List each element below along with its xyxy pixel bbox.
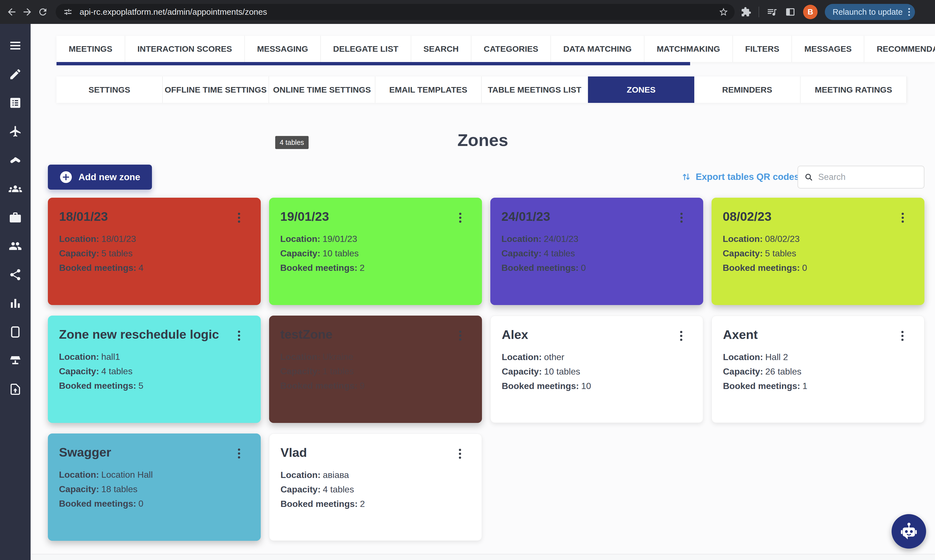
- tab-online-time-settings[interactable]: ONLINE TIME SETTINGS: [269, 77, 375, 103]
- tab-reminders[interactable]: REMINDERS: [694, 77, 801, 103]
- handshake-icon: [9, 154, 22, 167]
- zone-menu-icon[interactable]: [454, 446, 466, 462]
- zone-details: Location:18/01/23 Capacity:5 tables Book…: [59, 234, 250, 272]
- pencil-icon: [9, 68, 22, 81]
- zone-card: Vlad Location:авіава Capacity:4 tables B…: [269, 434, 482, 541]
- tab-filters[interactable]: FILTERS: [733, 36, 792, 62]
- tab-search[interactable]: SEARCH: [411, 36, 472, 62]
- zone-location: 19/01/23: [322, 234, 357, 244]
- tab-meeting-ratings[interactable]: MEETING RATINGS: [801, 77, 907, 103]
- primary-nav: MEETINGS INTERACTION SCORES MESSAGING DE…: [57, 36, 935, 62]
- sidebar-item-sharing[interactable]: [0, 260, 31, 289]
- tab-data-matching[interactable]: DATA MATCHING: [551, 36, 645, 62]
- relaunch-to-update-button[interactable]: Relaunch to update: [825, 4, 915, 20]
- zone-menu-icon[interactable]: [676, 328, 687, 344]
- zone-menu-icon[interactable]: [233, 446, 245, 461]
- zone-menu-icon[interactable]: [455, 210, 466, 226]
- zone-card: Zone new reschedule logic Location:hall1…: [48, 315, 261, 423]
- sidebar-item-travel[interactable]: [0, 117, 31, 146]
- sidebar-item-mobile-app[interactable]: [0, 317, 31, 346]
- tab-matchmaking[interactable]: MATCHMAKING: [645, 36, 733, 62]
- address-bar[interactable]: api-rc.expoplatform.net/admin/appointmen…: [56, 4, 734, 20]
- zone-details: Location:Location Hall Capacity:18 table…: [59, 470, 250, 508]
- zone-booked-meetings: 1: [802, 381, 807, 391]
- sidebar-item-stands[interactable]: [0, 346, 31, 375]
- event-list-icon: [9, 96, 22, 109]
- nav-scroll-indicator[interactable]: [57, 62, 690, 65]
- sidebar-item-attendees[interactable]: [0, 232, 31, 260]
- groups-icon: [9, 182, 22, 195]
- zone-menu-icon[interactable]: [897, 210, 908, 226]
- browser-menu-icon[interactable]: [908, 7, 910, 17]
- tab-table-meetings-list[interactable]: TABLE MEETINGS LIST: [482, 77, 588, 103]
- zone-details: Location:19/01/23 Capacity:10 tables Boo…: [280, 234, 471, 272]
- zone-menu-icon[interactable]: [233, 328, 245, 343]
- tab-messaging[interactable]: MESSAGING: [245, 36, 321, 62]
- forward-button[interactable]: [20, 4, 35, 20]
- sidebar-item-edit[interactable]: [0, 60, 31, 88]
- zone-details: Location:other Capacity:10 tables Booked…: [502, 352, 692, 391]
- zone-card: 18/01/23 Location:18/01/23 Capacity:5 ta…: [48, 198, 261, 305]
- sidebar-item-event-list[interactable]: [0, 88, 31, 117]
- sidebar-item-import[interactable]: [0, 375, 31, 403]
- back-button[interactable]: [4, 4, 20, 20]
- sidebar-item-exhibitors[interactable]: [0, 203, 31, 232]
- menu-icon: [9, 39, 22, 52]
- search-input[interactable]: [818, 172, 918, 182]
- refresh-icon: [37, 7, 48, 17]
- tab-categories[interactable]: CATEGORIES: [471, 36, 551, 62]
- zone-capacity: 5 tables: [101, 248, 133, 258]
- sidebar-item-matchmaking[interactable]: [0, 146, 31, 174]
- media-controls-icon[interactable]: [766, 6, 778, 17]
- zone-card: testZone Location:Ukraine Capacity:1 tab…: [269, 315, 482, 423]
- tab-messages[interactable]: MESSAGES: [792, 36, 864, 62]
- tab-settings[interactable]: SETTINGS: [57, 77, 163, 103]
- zone-location: 08/02/23: [765, 234, 800, 244]
- page-bottom-strip: [31, 554, 935, 560]
- zone-menu-icon[interactable]: [455, 328, 466, 343]
- extensions-icon[interactable]: [741, 7, 751, 17]
- tab-delegate-list[interactable]: DELEGATE LIST: [321, 36, 411, 62]
- zone-capacity: 4 tables: [101, 366, 133, 376]
- sidebar-item-groups[interactable]: [0, 174, 31, 203]
- zone-capacity: 1 tables: [322, 366, 354, 376]
- zone-menu-icon[interactable]: [233, 210, 245, 226]
- profile-avatar[interactable]: B: [803, 5, 818, 19]
- tab-interaction-scores[interactable]: INTERACTION SCORES: [125, 36, 245, 62]
- zone-name: testZone: [280, 327, 471, 342]
- sidebar-item-analytics[interactable]: [0, 289, 31, 317]
- tab-email-templates[interactable]: EMAIL TEMPLATES: [375, 77, 482, 103]
- zone-booked-meetings: 2: [359, 263, 364, 273]
- zone-location: авіава: [323, 470, 349, 480]
- zone-capacity: 4 tables: [323, 485, 354, 494]
- chatbot-button[interactable]: [892, 514, 926, 549]
- bar-chart-icon: [9, 297, 22, 310]
- zone-booked-meetings: 2: [360, 499, 365, 509]
- refresh-button[interactable]: [35, 4, 51, 20]
- url-text[interactable]: api-rc.expoplatform.net/admin/appointmen…: [80, 7, 719, 17]
- zone-details: Location:Hall 2 Capacity:26 tables Booke…: [723, 352, 913, 391]
- export-qr-codes-link[interactable]: Export tables QR codes: [681, 166, 799, 188]
- sidebar-item-menu[interactable]: [0, 31, 31, 60]
- add-new-zone-button[interactable]: Add new zone: [48, 165, 152, 190]
- zone-menu-icon[interactable]: [897, 328, 908, 344]
- tab-recommendations[interactable]: RECOMMENDATIONS: [864, 36, 935, 62]
- tab-zones[interactable]: ZONES: [588, 77, 694, 103]
- sort-arrows-icon: [681, 172, 691, 182]
- bookmark-star-icon[interactable]: [719, 7, 728, 17]
- zone-details: Location:24/01/23 Capacity:4 tables Book…: [501, 234, 692, 272]
- side-panel-icon[interactable]: [785, 6, 796, 17]
- add-new-zone-label: Add new zone: [79, 172, 140, 182]
- tab-offline-time-settings[interactable]: OFFLINE TIME SETTINGS: [163, 77, 269, 103]
- zone-location: Ukraine: [322, 352, 353, 362]
- site-info-button[interactable]: [62, 6, 74, 18]
- browser-actions: B Relaunch to update: [741, 4, 920, 20]
- share-icon: [9, 268, 22, 282]
- zone-capacity: 18 tables: [101, 484, 137, 494]
- forward-arrow-icon: [22, 6, 33, 17]
- zone-location: 24/01/23: [544, 234, 579, 244]
- zone-menu-icon[interactable]: [676, 210, 687, 226]
- zone-card: 19/01/23 Location:19/01/23 Capacity:10 t…: [269, 198, 482, 305]
- tab-meetings[interactable]: MEETINGS: [57, 36, 125, 62]
- avatar-letter: B: [807, 8, 813, 16]
